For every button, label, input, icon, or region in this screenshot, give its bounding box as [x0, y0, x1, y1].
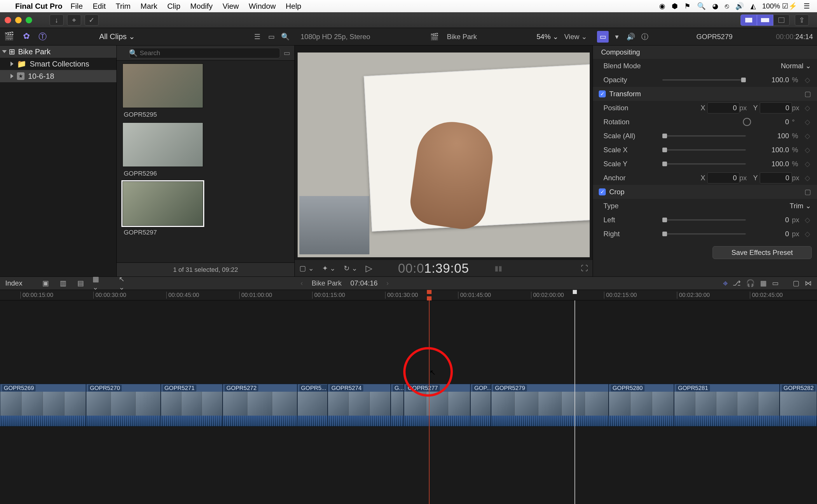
timeline-clip[interactable]: GOP...	[470, 384, 491, 426]
disclosure-triangle-icon[interactable]	[11, 74, 13, 78]
audio-skimming-button[interactable]: 🎧	[746, 279, 755, 287]
timeline-clip[interactable]: GOPR5...	[297, 384, 328, 426]
keyword-editor-button[interactable]: ⌖	[67, 15, 81, 26]
video-inspector-tab[interactable]: ▭	[597, 31, 609, 43]
app-name[interactable]: Final Cut Pro	[15, 2, 62, 11]
overwrite-clip-button[interactable]: ▦ ⌄	[92, 279, 104, 288]
clip-thumbnail[interactable]	[123, 64, 203, 108]
scale-all-slider[interactable]	[662, 135, 746, 137]
anchor-x-field[interactable]: 0	[707, 172, 739, 183]
bluetooth-icon[interactable]: ⎋	[725, 2, 729, 10]
clip-appearance-button[interactable]: ▭	[772, 279, 779, 287]
timeline[interactable]: GOPR5269GOPR5270GOPR5271GOPR5272GOPR5...…	[0, 300, 817, 504]
crop-left-value[interactable]: 0	[751, 216, 792, 224]
position-x-field[interactable]: 0	[707, 102, 739, 113]
viewer-canvas[interactable]	[297, 53, 590, 257]
crop-right-value[interactable]: 0	[751, 230, 792, 238]
reset-icon[interactable]: ◇	[804, 104, 811, 112]
effects-browser-button[interactable]: ▢	[793, 279, 800, 287]
toggl-icon[interactable]: ⚑	[684, 2, 691, 10]
browser-search-button[interactable]: 🔍	[280, 31, 291, 42]
menu-trim[interactable]: Trim	[116, 2, 131, 11]
timeline-clip[interactable]: GOPR5280	[609, 384, 674, 426]
battery-status[interactable]: 100% ☑⚡	[762, 2, 797, 10]
crop-onscreen-button[interactable]: ▢	[804, 188, 811, 196]
select-tool-button[interactable]: ↖ ⌄	[119, 279, 130, 288]
viewer-timecode[interactable]: 00:01:39:05	[398, 261, 469, 276]
reset-icon[interactable]: ◇	[804, 230, 811, 238]
clip-thumbnail[interactable]	[123, 181, 203, 226]
timeline-history-back[interactable]: ‹	[300, 279, 303, 287]
retime-tool-button[interactable]: ↻ ⌄	[344, 264, 357, 272]
timeline-clip[interactable]: GOPR5272	[223, 384, 297, 426]
background-tasks-button[interactable]: ✓	[85, 15, 99, 26]
transform-tool-button[interactable]: ▢ ⌄	[299, 264, 314, 272]
clip-thumbnail[interactable]	[123, 123, 203, 167]
timeline-clip[interactable]: GOPR5279	[491, 384, 609, 426]
scale-x-slider[interactable]	[662, 149, 746, 151]
date-folder-row[interactable]: ★ 10-6-18	[0, 70, 116, 82]
search-input[interactable]	[129, 48, 280, 58]
wifi-icon[interactable]: ◭	[750, 2, 756, 10]
color-inspector-tab[interactable]: ▾	[611, 31, 623, 43]
append-clip-button[interactable]: ▤	[75, 279, 87, 288]
browser-clip[interactable]: GOPR5295	[123, 64, 288, 120]
reset-icon[interactable]: ◇	[804, 76, 811, 84]
scale-y-slider[interactable]	[662, 163, 746, 165]
transform-onscreen-button[interactable]: ▢	[804, 90, 811, 98]
connect-clip-button[interactable]: ▣	[40, 279, 52, 288]
filmstrip-toggle-button[interactable]: ▭	[266, 31, 277, 42]
reset-icon[interactable]: ◇	[804, 174, 811, 182]
menu-modify[interactable]: Modify	[190, 2, 213, 11]
info-inspector-tab[interactable]: ⓘ	[639, 31, 651, 43]
fullscreen-button[interactable]: ⛶	[581, 264, 588, 272]
timeline-clip[interactable]: GOPR5270	[86, 384, 161, 426]
library-tab-icon[interactable]: 🎬	[4, 31, 14, 42]
import-button[interactable]: ↓	[50, 15, 64, 26]
reset-icon[interactable]: ◇	[804, 160, 811, 168]
timeline-index-button[interactable]: Index	[5, 279, 22, 287]
enhance-tool-button[interactable]: ✦ ⌄	[322, 264, 336, 272]
position-y-field[interactable]: 0	[760, 102, 792, 113]
browser-clip[interactable]: GOPR5296	[123, 123, 288, 179]
timeline-clip[interactable]: GOPR5282	[780, 384, 817, 426]
rotation-dial[interactable]	[743, 118, 751, 126]
menu-edit[interactable]: Edit	[93, 2, 106, 11]
titles-tab-icon[interactable]: Ⓣ	[39, 31, 47, 42]
reset-icon[interactable]: ◇	[804, 146, 811, 154]
timeline-clip[interactable]: G...	[391, 384, 404, 426]
crop-left-slider[interactable]	[662, 219, 746, 221]
timeline-clip[interactable]: GOPR5274	[328, 384, 391, 426]
clip-filter-popup[interactable]: All Clips ⌄	[99, 32, 135, 41]
photos-tab-icon[interactable]: ✿	[23, 31, 30, 42]
share-button[interactable]: ⇪	[795, 15, 809, 26]
minimize-window-button[interactable]	[15, 17, 22, 23]
menu-view[interactable]: View	[223, 2, 239, 11]
timeline-clip[interactable]: GOPR5271	[161, 384, 223, 426]
rotation-value[interactable]: 0	[751, 118, 792, 126]
menu-file[interactable]: File	[71, 2, 83, 11]
crop-right-slider[interactable]	[662, 233, 746, 235]
toggle-library-button[interactable]	[741, 15, 757, 26]
menu-help[interactable]: Help	[286, 2, 301, 11]
snapping-button[interactable]: ⎆	[723, 279, 727, 287]
skimming-button[interactable]: ⎇	[733, 279, 741, 287]
screenrec-icon[interactable]: ◉	[659, 2, 665, 10]
disclosure-triangle-icon[interactable]	[11, 62, 13, 66]
transitions-browser-button[interactable]: ⋈	[805, 279, 812, 287]
zoom-popup[interactable]: 54% ⌄	[537, 33, 559, 41]
volume-icon[interactable]: 🔊	[735, 2, 744, 10]
crop-type-popup[interactable]: Trim ⌄	[790, 202, 811, 210]
hide-rejected-button[interactable]: ▭	[283, 49, 290, 57]
play-button[interactable]: ▷	[365, 263, 372, 273]
library-event-row[interactable]: ⊞ Bike Park	[0, 45, 116, 58]
anchor-y-field[interactable]: 0	[760, 172, 792, 183]
timeline-clip[interactable]: GOPR5269	[0, 384, 86, 426]
view-popup[interactable]: View ⌄	[564, 33, 587, 41]
timeline-clip[interactable]: GOPR5281	[674, 384, 780, 426]
timeline-history-fwd[interactable]: ›	[386, 279, 389, 287]
playhead[interactable]	[429, 300, 430, 504]
playhead-marker[interactable]	[427, 290, 432, 294]
scale-all-value[interactable]: 100	[751, 132, 792, 140]
toggle-inspector-button[interactable]	[773, 15, 790, 26]
